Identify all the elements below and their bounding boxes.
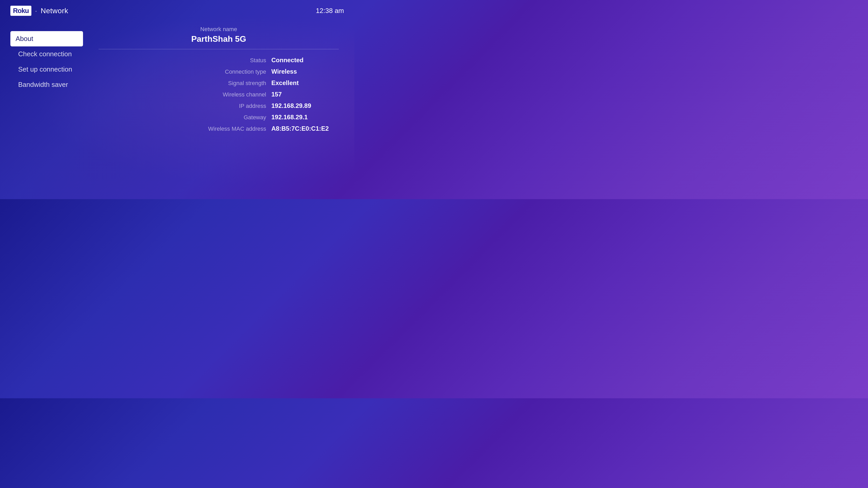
info-row-4: IP address192.168.29.89: [99, 100, 339, 111]
network-name-label: Network name: [99, 26, 339, 33]
info-value-5: 192.168.29.1: [271, 113, 339, 121]
network-name-value: ParthShah 5G: [99, 34, 339, 44]
info-value-1: Wireless: [271, 68, 339, 75]
info-label-4: IP address: [193, 103, 266, 109]
info-row-6: Wireless MAC addressA8:B5:7C:E0:C1:E2: [99, 123, 339, 134]
info-value-2: Excellent: [271, 79, 339, 87]
info-value-3: 157: [271, 91, 339, 98]
header-separator: ·: [35, 7, 37, 15]
info-row-0: StatusConnected: [99, 55, 339, 66]
info-value-4: 192.168.29.89: [271, 102, 339, 109]
info-value-0: Connected: [271, 57, 339, 64]
info-row-1: Connection typeWireless: [99, 66, 339, 77]
info-label-0: Status: [193, 57, 266, 64]
sidebar-item-check-connection[interactable]: Check connection: [13, 46, 83, 62]
info-row-3: Wireless channel157: [99, 89, 339, 100]
info-value-6: A8:B5:7C:E0:C1:E2: [271, 125, 339, 132]
info-label-1: Connection type: [193, 68, 266, 75]
main-content: AboutCheck connectionSet up connectionBa…: [0, 23, 354, 199]
info-label-6: Wireless MAC address: [193, 126, 266, 132]
roku-logo: Roku: [10, 6, 31, 16]
info-row-2: Signal strengthExcellent: [99, 77, 339, 89]
page-title: Network: [41, 7, 68, 15]
right-panel: Network name ParthShah 5G StatusConnecte…: [83, 23, 354, 199]
info-label-5: Gateway: [193, 114, 266, 121]
sidebar-item-set-up-connection[interactable]: Set up connection: [13, 62, 83, 77]
sidebar-item-bandwidth-saver[interactable]: Bandwidth saver: [13, 77, 83, 92]
info-table: StatusConnectedConnection typeWirelessSi…: [99, 55, 339, 134]
info-row-5: Gateway192.168.29.1: [99, 111, 339, 123]
info-label-2: Signal strength: [193, 80, 266, 87]
left-menu: AboutCheck connectionSet up connectionBa…: [0, 23, 83, 199]
header-left: Roku · Network: [10, 6, 68, 16]
info-label-3: Wireless channel: [193, 91, 266, 98]
header: Roku · Network 12:38 am: [0, 0, 354, 22]
sidebar-item-about[interactable]: About: [10, 31, 83, 46]
clock: 12:38 am: [316, 7, 344, 15]
network-name-section: Network name ParthShah 5G: [99, 26, 339, 49]
